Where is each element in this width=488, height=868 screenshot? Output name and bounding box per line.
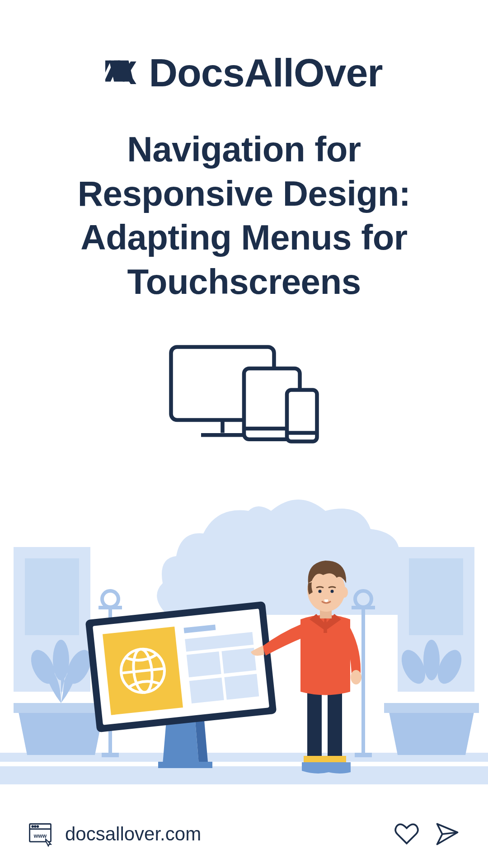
svg-point-52	[319, 590, 322, 593]
footer-left: www docsallover.com	[27, 821, 393, 848]
svg-rect-44	[307, 687, 322, 757]
header: DocsAllOver	[0, 0, 488, 96]
svg-rect-26	[102, 753, 119, 757]
svg-rect-31	[158, 762, 212, 768]
svg-point-58	[37, 826, 38, 827]
svg-rect-46	[304, 756, 325, 762]
footer-icons	[393, 821, 461, 848]
svg-point-18	[53, 640, 69, 680]
svg-rect-27	[361, 606, 365, 755]
svg-point-53	[331, 590, 334, 593]
devices-icon	[0, 335, 488, 453]
svg-rect-40	[187, 651, 221, 677]
www-icon: www	[27, 821, 54, 848]
svg-rect-14	[0, 766, 488, 784]
svg-rect-25	[99, 606, 122, 609]
svg-point-51	[341, 587, 348, 598]
svg-point-24	[102, 591, 118, 607]
svg-point-56	[32, 826, 33, 827]
svg-point-48	[351, 670, 361, 684]
svg-rect-29	[352, 606, 375, 609]
svg-rect-12	[409, 558, 463, 635]
svg-point-22	[423, 640, 440, 680]
svg-rect-10	[25, 558, 79, 635]
svg-text:www: www	[33, 833, 47, 839]
send-icon[interactable]	[434, 821, 461, 848]
footer-url: docsallover.com	[65, 823, 201, 845]
svg-rect-47	[324, 756, 346, 762]
hero-illustration	[0, 493, 488, 800]
svg-point-57	[34, 826, 36, 827]
svg-rect-19	[384, 703, 479, 713]
footer: www docsallover.com	[0, 800, 488, 868]
page-title: Navigation for Responsive Design: Adapti…	[0, 96, 488, 304]
heart-icon[interactable]	[393, 821, 420, 848]
svg-rect-42	[189, 678, 224, 703]
svg-rect-30	[355, 753, 372, 757]
brand-name: DocsAllOver	[149, 50, 382, 96]
kiosk-illustration	[85, 601, 277, 768]
svg-rect-41	[221, 648, 256, 674]
logo-icon	[105, 55, 141, 90]
svg-rect-45	[328, 687, 342, 757]
svg-rect-43	[224, 674, 259, 700]
